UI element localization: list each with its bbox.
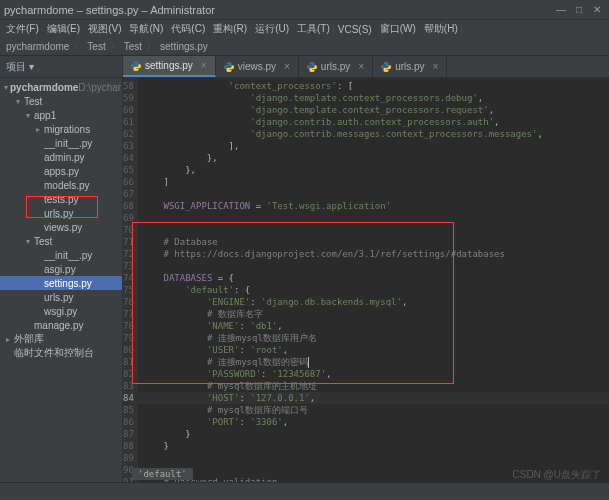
code-editor[interactable]: 5859606162636465666768697071727374757677… xyxy=(123,78,609,482)
code-line[interactable]: 'django.contrib.auth.context_processors.… xyxy=(138,116,609,128)
menu-item[interactable]: 视图(V) xyxy=(86,22,123,36)
code-line[interactable]: # https://docs.djangoproject.com/en/3.1/… xyxy=(138,248,609,260)
breadcrumb-item[interactable]: Test xyxy=(124,41,142,52)
tree-item[interactable]: manage.py xyxy=(0,318,122,332)
tree-item[interactable]: __init__.py xyxy=(0,136,122,150)
tree-item[interactable]: ▾app1 xyxy=(0,108,122,122)
menu-item[interactable]: 编辑(E) xyxy=(45,22,82,36)
menu-item[interactable]: 帮助(H) xyxy=(422,22,460,36)
menu-item[interactable]: VCS(S) xyxy=(336,24,374,35)
project-label: 项目 ▾ xyxy=(6,60,34,74)
tree-arrow-icon[interactable]: ▸ xyxy=(4,335,12,344)
tree-item[interactable]: urls.py xyxy=(0,290,122,304)
code-line[interactable]: }, xyxy=(138,152,609,164)
close-tab-icon[interactable]: × xyxy=(284,61,290,72)
tree-item[interactable]: models.py xyxy=(0,178,122,192)
tree-item[interactable]: tests.py xyxy=(0,192,122,206)
tree-item[interactable]: 临时文件和控制台 xyxy=(0,346,122,360)
code-line[interactable]: # mysql数据库的端口号 xyxy=(138,404,609,416)
breadcrumb-item[interactable]: settings.py xyxy=(160,41,208,52)
tree-label: settings.py xyxy=(44,278,92,289)
tree-item[interactable]: admin.py xyxy=(0,150,122,164)
menu-item[interactable]: 导航(N) xyxy=(127,22,165,36)
editor-tab[interactable]: views.py× xyxy=(216,56,299,77)
tree-arrow-icon[interactable]: ▾ xyxy=(4,83,8,92)
code-line[interactable]: ] xyxy=(138,176,609,188)
tree-item[interactable]: wsgi.py xyxy=(0,304,122,318)
tree-item[interactable]: ▸migrations xyxy=(0,122,122,136)
tree-item[interactable]: apps.py xyxy=(0,164,122,178)
tree-item[interactable]: ▸外部库 xyxy=(0,332,122,346)
tree-item[interactable]: urls.py xyxy=(0,206,122,220)
close-tab-icon[interactable]: × xyxy=(358,61,364,72)
tree-item[interactable]: views.py xyxy=(0,220,122,234)
close-icon[interactable]: ✕ xyxy=(589,3,605,17)
tab-label: views.py xyxy=(238,61,276,72)
menu-item[interactable]: 运行(U) xyxy=(253,22,291,36)
tree-label: pycharmdome xyxy=(10,82,78,93)
code-line[interactable]: ], xyxy=(138,140,609,152)
tree-item[interactable]: ▾Test xyxy=(0,234,122,248)
tree-label: 临时文件和控制台 xyxy=(14,346,94,360)
menu-item[interactable]: 窗口(W) xyxy=(378,22,418,36)
code-line[interactable] xyxy=(138,224,609,236)
project-header[interactable]: 项目 ▾ xyxy=(0,56,123,77)
close-tab-icon[interactable]: × xyxy=(201,60,207,71)
code-line[interactable]: # 连接mysql数据的密码 xyxy=(138,356,609,368)
editor-tab[interactable]: urls.py× xyxy=(373,56,447,77)
project-tree[interactable]: ▾pycharmdome D:\pycharmdome▾Test▾app1▸mi… xyxy=(0,78,123,482)
tree-item[interactable]: asgi.py xyxy=(0,262,122,276)
code-line[interactable]: # mysql数据库的主机地址 xyxy=(138,380,609,392)
code-line[interactable] xyxy=(138,452,609,464)
code-line[interactable]: 'PASSWORD': '12345687', xyxy=(138,368,609,380)
tree-item[interactable]: ▾Test xyxy=(0,94,122,108)
breadcrumb-item[interactable]: pycharmdome xyxy=(6,41,69,52)
code-line[interactable]: }, xyxy=(138,164,609,176)
code-line[interactable]: 'django.template.context_processors.debu… xyxy=(138,92,609,104)
menu-bar: 文件(F)编辑(E)视图(V)导航(N)代码(C)重构(R)运行(U)工具(T)… xyxy=(0,20,609,38)
window-titlebar: pycharmdome – settings.py – Administrato… xyxy=(0,0,609,20)
menu-item[interactable]: 重构(R) xyxy=(211,22,249,36)
code-line[interactable]: 'default': { xyxy=(138,284,609,296)
minimize-icon[interactable]: — xyxy=(553,3,569,17)
editor-tab[interactable]: settings.py× xyxy=(123,56,216,77)
code-line[interactable]: 'PORT': '3306', xyxy=(138,416,609,428)
menu-item[interactable]: 工具(T) xyxy=(295,22,332,36)
tree-item[interactable]: __init__.py xyxy=(0,248,122,262)
tree-item[interactable]: settings.py xyxy=(0,276,122,290)
code-area[interactable]: 'context_processors': [ 'django.template… xyxy=(138,78,609,482)
code-line[interactable] xyxy=(138,260,609,272)
tree-label: apps.py xyxy=(44,166,79,177)
status-bar xyxy=(0,482,609,500)
chevron-right-icon: 〉 xyxy=(146,40,156,54)
code-line[interactable] xyxy=(138,212,609,224)
code-line[interactable]: # Database xyxy=(138,236,609,248)
tree-arrow-icon[interactable]: ▾ xyxy=(24,237,32,246)
editor-tab[interactable]: urls.py× xyxy=(299,56,373,77)
code-line[interactable]: 'ENGINE': 'django.db.backends.mysql', xyxy=(138,296,609,308)
tree-label: asgi.py xyxy=(44,264,76,275)
code-line[interactable]: 'django.template.context_processors.requ… xyxy=(138,104,609,116)
code-line[interactable]: 'USER': 'root', xyxy=(138,344,609,356)
code-line[interactable]: 'context_processors': [ xyxy=(138,80,609,92)
menu-item[interactable]: 代码(C) xyxy=(169,22,207,36)
tree-arrow-icon[interactable]: ▾ xyxy=(14,97,22,106)
close-tab-icon[interactable]: × xyxy=(433,61,439,72)
tree-arrow-icon[interactable]: ▾ xyxy=(24,111,32,120)
code-line[interactable]: 'django.contrib.messages.context_process… xyxy=(138,128,609,140)
code-line[interactable] xyxy=(138,188,609,200)
breadcrumb-item[interactable]: Test xyxy=(87,41,105,52)
maximize-icon[interactable]: □ xyxy=(571,3,587,17)
code-line[interactable]: } xyxy=(138,440,609,452)
tree-arrow-icon[interactable]: ▸ xyxy=(34,125,42,134)
breadcrumb: pycharmdome〉Test〉Test〉settings.py xyxy=(0,38,609,56)
code-line[interactable]: 'HOST': '127.0.0.1', xyxy=(138,392,609,404)
code-line[interactable]: # 数据库名字 xyxy=(138,308,609,320)
code-line[interactable]: 'NAME': 'db1', xyxy=(138,320,609,332)
code-line[interactable]: } xyxy=(138,428,609,440)
code-line[interactable]: # 连接mysql数据库用户名 xyxy=(138,332,609,344)
code-line[interactable]: DATABASES = { xyxy=(138,272,609,284)
tree-item[interactable]: ▾pycharmdome D:\pycharmdome xyxy=(0,80,122,94)
code-line[interactable]: WSGI_APPLICATION = 'Test.wsgi.applicatio… xyxy=(138,200,609,212)
menu-item[interactable]: 文件(F) xyxy=(4,22,41,36)
